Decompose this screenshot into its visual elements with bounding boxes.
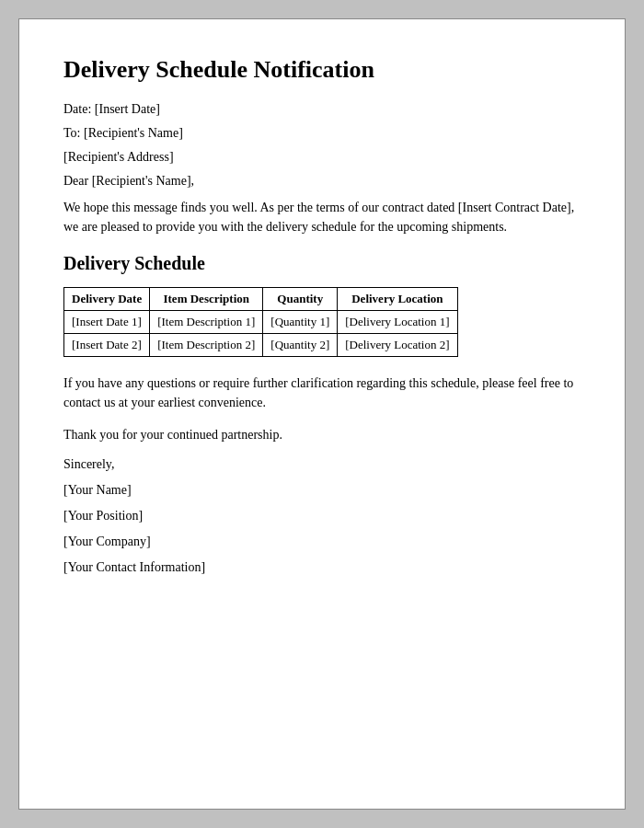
- address-line: [Recipient's Address]: [63, 150, 581, 165]
- row2-quantity: [Quantity 2]: [263, 334, 338, 357]
- to-line: To: [Recipient's Name]: [63, 126, 581, 141]
- row2-description: [Item Description 2]: [150, 334, 263, 357]
- row1-location: [Delivery Location 1]: [338, 311, 457, 334]
- document-container: Delivery Schedule Notification Date: [In…: [18, 18, 626, 810]
- date-line: Date: [Insert Date]: [63, 102, 581, 117]
- salutation: Dear [Recipient's Name],: [63, 174, 581, 189]
- delivery-schedule-table: Delivery Date Item Description Quantity …: [63, 287, 458, 357]
- signer-contact: [Your Contact Information]: [63, 560, 581, 575]
- sincerely-line: Sincerely,: [63, 457, 581, 472]
- thanks-line: Thank you for your continued partnership…: [63, 425, 581, 444]
- signer-position: [Your Position]: [63, 509, 581, 523]
- section-heading: Delivery Schedule: [63, 253, 581, 274]
- col-header-date: Delivery Date: [64, 288, 150, 311]
- signer-name: [Your Name]: [63, 483, 581, 498]
- table-row: [Insert Date 2] [Item Description 2] [Qu…: [64, 334, 458, 357]
- col-header-location: Delivery Location: [338, 288, 457, 311]
- intro-paragraph: We hope this message finds you well. As …: [63, 198, 581, 236]
- row1-quantity: [Quantity 1]: [263, 311, 338, 334]
- document-title: Delivery Schedule Notification: [63, 56, 581, 84]
- followup-paragraph: If you have any questions or require fur…: [63, 374, 581, 412]
- row1-date: [Insert Date 1]: [64, 311, 150, 334]
- col-header-description: Item Description: [150, 288, 263, 311]
- col-header-quantity: Quantity: [263, 288, 338, 311]
- row2-location: [Delivery Location 2]: [338, 334, 457, 357]
- signer-company: [Your Company]: [63, 535, 581, 549]
- table-header-row: Delivery Date Item Description Quantity …: [64, 288, 458, 311]
- table-row: [Insert Date 1] [Item Description 1] [Qu…: [64, 311, 458, 334]
- row1-description: [Item Description 1]: [150, 311, 263, 334]
- row2-date: [Insert Date 2]: [64, 334, 150, 357]
